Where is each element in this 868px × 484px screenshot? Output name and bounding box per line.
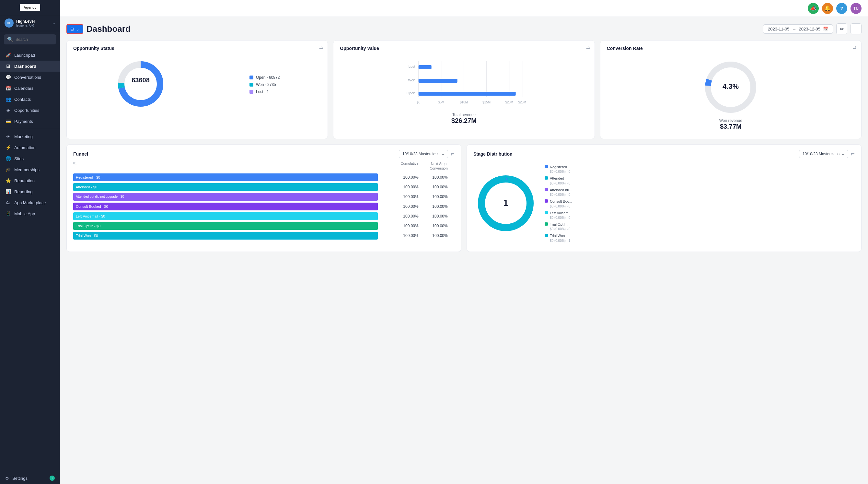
stage-legend-item-attended-bu: Attended bu... $0 (0.00%) - 0	[545, 188, 572, 197]
memberships-icon: 🎓	[5, 167, 11, 172]
funnel-row-trial-won: Trial Won - $0 100.00% 100.00%	[73, 232, 455, 240]
sidebar-item-app-marketplace[interactable]: 🗂 App Marketplace	[0, 197, 60, 208]
legend-label-open: Open - 60872	[256, 75, 280, 80]
stage-settings-icon[interactable]: ⇄	[851, 151, 855, 157]
sidebar-item-opportunities[interactable]: ◈ Opportunities	[0, 105, 60, 116]
funnel-rows: Registered - $0 100.00% 100.00% Attended…	[73, 174, 455, 240]
edit-dashboard-button[interactable]: ✏	[836, 23, 847, 34]
won-revenue-value: $3.77M	[719, 123, 742, 130]
sidebar-item-contacts[interactable]: 👥 Contacts	[0, 94, 60, 105]
agency-info: HighLevel Eugene, OR	[16, 19, 35, 27]
won-revenue-label: Won revenue	[719, 118, 742, 123]
funnel-settings-icon[interactable]: ⇄	[451, 151, 455, 157]
date-from: 2023-11-05	[768, 27, 789, 31]
funnel-nextstep-registered: 100.00%	[426, 175, 455, 180]
sidebar-item-payments[interactable]: 💳 Payments	[0, 116, 60, 127]
sidebar-item-reporting[interactable]: 📊 Reporting	[0, 186, 60, 197]
legend-dot-won	[249, 83, 253, 87]
reporting-icon: 📊	[5, 189, 11, 194]
svg-text:Lost: Lost	[409, 64, 415, 68]
stage-text-attended-bu: Attended bu... $0 (0.00%) - 0	[550, 188, 572, 197]
stage-sub-attended: $0 (0.00%) - 0	[550, 181, 570, 186]
funnel-filter-select[interactable]: 10/10/23 Masterclass ⌄	[399, 150, 448, 158]
user-avatar[interactable]: TU	[850, 3, 862, 14]
funnel-card: Funnel 10/10/23 Masterclass ⌄ ⇄ 0 1 Cumu…	[66, 144, 461, 252]
funnel-vals-trial-won: 100.00% 100.00%	[396, 234, 455, 238]
stage-sub-registered: $0 (0.00%) - 0	[550, 170, 570, 174]
sidebar-item-memberships[interactable]: 🎓 Memberships	[0, 164, 60, 175]
sidebar-item-launchpad[interactable]: 🚀 Launchpad	[0, 50, 60, 61]
date-range-picker[interactable]: 2023-11-05 → 2023-12-05 📅	[763, 24, 833, 34]
collapse-icon[interactable]: ‹	[50, 476, 55, 481]
sidebar-label-automation: Automation	[14, 145, 36, 150]
agency-name: HighLevel	[16, 19, 35, 24]
main-content: 📣 🔔 ? TU ⊞ ⌄ Dashboard 2023-11-05 → 2023…	[60, 0, 868, 484]
sidebar-item-automation[interactable]: ⚡ Automation	[0, 142, 60, 153]
funnel-cumulative-consult-booked: 100.00%	[396, 204, 426, 209]
funnel-nextstep-left-voicemail: 100.00%	[426, 214, 455, 218]
search-box[interactable]: 🔍 ⌘K +	[4, 34, 56, 44]
sidebar-item-settings[interactable]: ⚙ Settings ‹	[0, 472, 60, 484]
sidebar-item-marketing[interactable]: ✈ Marketing	[0, 131, 60, 142]
agency-selector[interactable]: HL HighLevel Eugene, OR ⌄	[0, 15, 60, 31]
sidebar-item-calendars[interactable]: 📅 Calendars	[0, 83, 60, 94]
sidebar-item-dashboard[interactable]: ⊞ Dashboard	[0, 61, 60, 72]
funnel-bar-left-voicemail: Left Voicemail - $0	[73, 212, 378, 220]
stage-filter-select[interactable]: 10/10/23 Masterclass ⌄	[799, 150, 848, 158]
funnel-vals-registered: 100.00% 100.00%	[396, 175, 455, 180]
sidebar-item-mobile-app[interactable]: 📱 Mobile App	[0, 208, 60, 219]
stage-label-trial-won: Trial Won	[550, 234, 570, 238]
sidebar-label-memberships: Memberships	[14, 167, 39, 172]
notifications-button[interactable]: 🔔	[822, 3, 833, 14]
funnel-row-trial-opt-in: Trial Opt In - $0 100.00% 100.00%	[73, 222, 455, 230]
stage-legend: Registered $0 (0.00%) - 0 Attended $0 (0…	[545, 165, 572, 243]
stage-text-attended: Attended $0 (0.00%) - 0	[550, 176, 570, 185]
legend-item-open: Open - 60872	[249, 75, 280, 80]
stage-legend-item-trial-opt-i: Trial Opt I... $0 (0.00%) - 0	[545, 222, 572, 232]
funnel-vals-attended: 100.00% 100.00%	[396, 185, 455, 189]
funnel-row-consult-booked: Consult Booked - $0 100.00% 100.00%	[73, 203, 455, 210]
reputation-icon: ⭐	[5, 178, 11, 183]
opportunity-status-settings-icon[interactable]: ⇄	[319, 45, 323, 50]
stage-sub-trial-won: $0 (0.00%) - 1	[550, 239, 570, 243]
funnel-controls: 10/10/23 Masterclass ⌄ ⇄	[399, 150, 455, 158]
svg-text:1: 1	[503, 198, 508, 208]
logo-text: Agency	[20, 4, 40, 11]
help-button[interactable]: ?	[836, 3, 847, 14]
sidebar-label-settings: Settings	[12, 476, 28, 481]
sidebar-item-conversations[interactable]: 💬 Conversations	[0, 72, 60, 83]
sidebar-label-mobile-app: Mobile App	[14, 211, 35, 216]
opportunity-status-card: Opportunity Status ⇄ 63608	[66, 40, 328, 139]
sidebar-label-conversations: Conversations	[14, 75, 41, 80]
content-area: ⊞ ⌄ Dashboard 2023-11-05 → 2023-12-05 📅 …	[60, 17, 868, 484]
opportunity-status-title: Opportunity Status	[73, 46, 321, 51]
board-toggle-button[interactable]: ⊞ ⌄	[66, 24, 83, 34]
sidebar-label-launchpad: Launchpad	[14, 53, 35, 58]
funnel-nextstep-trial-won: 100.00%	[426, 234, 455, 238]
total-revenue-section: Total revenue $26.27M	[340, 113, 588, 124]
conversion-rate-settings-icon[interactable]: ⇄	[853, 45, 857, 50]
stage-label-trial-opt-i: Trial Opt I...	[550, 222, 570, 227]
funnel-bar-trial-opt-in: Trial Opt In - $0	[73, 222, 378, 230]
stage-dot-consult-boo	[545, 200, 548, 203]
contacts-icon: 👥	[5, 97, 11, 102]
funnel-axis-end: 1	[75, 161, 77, 171]
sidebar-item-sites[interactable]: 🌐 Sites	[0, 153, 60, 164]
svg-text:63608: 63608	[131, 77, 150, 84]
search-input[interactable]	[16, 37, 60, 42]
funnel-nextstep-attended: 100.00%	[426, 185, 455, 189]
svg-text:$15M: $15M	[483, 100, 491, 104]
opportunity-value-settings-icon[interactable]: ⇄	[586, 45, 590, 50]
megaphone-button[interactable]: 📣	[808, 3, 819, 14]
funnel-row-left-voicemail: Left Voicemail - $0 100.00% 100.00%	[73, 212, 455, 220]
funnel-bar-wrap-trial-won: Trial Won - $0	[73, 232, 394, 240]
stage-label-attended: Attended	[550, 176, 570, 181]
funnel-col-next-step: Next StepConversion	[424, 161, 453, 171]
funnel-bar-consult-booked: Consult Booked - $0	[73, 203, 378, 210]
more-options-button[interactable]: ⋮	[850, 23, 862, 34]
funnel-row-registered: Registered - $0 100.00% 100.00%	[73, 174, 455, 181]
sidebar-item-reputation[interactable]: ⭐ Reputation	[0, 175, 60, 186]
svg-rect-14	[418, 79, 458, 83]
opportunity-value-card: Opportunity Value ⇄ Lost Won Ope	[333, 40, 594, 139]
stage-legend-item-attended: Attended $0 (0.00%) - 0	[545, 176, 572, 185]
